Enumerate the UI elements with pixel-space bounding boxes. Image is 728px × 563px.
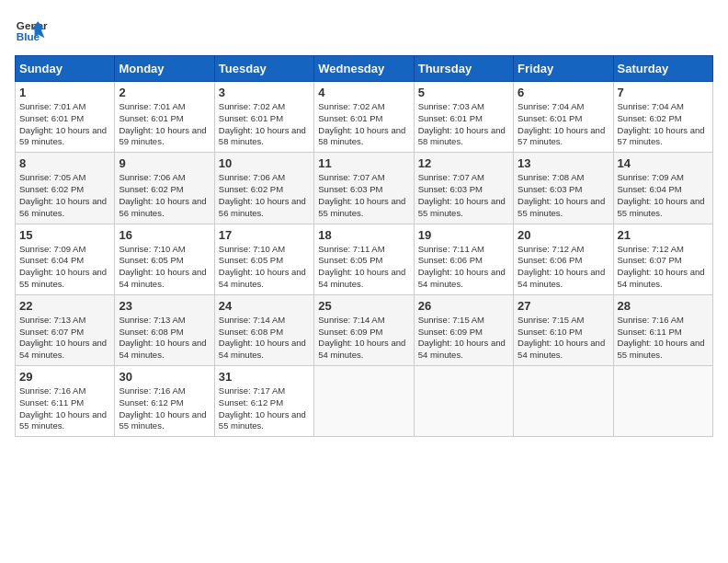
day-number: 14	[618, 156, 709, 170]
day-number: 9	[119, 156, 210, 170]
calendar-cell: 8 Sunrise: 7:05 AMSunset: 6:02 PMDayligh…	[16, 153, 115, 224]
calendar-cell: 21 Sunrise: 7:12 AMSunset: 6:07 PMDaylig…	[613, 224, 712, 294]
day-info: Sunrise: 7:04 AMSunset: 6:02 PMDaylight:…	[618, 101, 705, 146]
day-info: Sunrise: 7:16 AMSunset: 6:11 PMDaylight:…	[19, 385, 107, 431]
calendar-cell: 16 Sunrise: 7:10 AMSunset: 6:05 PMDaylig…	[115, 224, 214, 294]
calendar-cell: 11 Sunrise: 7:07 AMSunset: 6:03 PMDaylig…	[314, 153, 414, 224]
day-info: Sunrise: 7:10 AMSunset: 6:05 PMDaylight:…	[219, 244, 306, 289]
calendar-cell: 14 Sunrise: 7:09 AMSunset: 6:04 PMDaylig…	[613, 153, 712, 224]
day-number: 28	[618, 299, 709, 313]
day-info: Sunrise: 7:01 AMSunset: 6:01 PMDaylight:…	[19, 101, 107, 146]
weekday-header-row: SundayMondayTuesdayWednesdayThursdayFrid…	[16, 56, 713, 82]
day-number: 2	[119, 86, 210, 99]
weekday-header-wednesday: Wednesday	[314, 56, 414, 82]
calendar-cell: 24 Sunrise: 7:14 AMSunset: 6:08 PMDaylig…	[214, 294, 313, 365]
day-number: 4	[318, 86, 409, 99]
day-info: Sunrise: 7:16 AMSunset: 6:12 PMDaylight:…	[119, 385, 206, 431]
weekday-header-sunday: Sunday	[16, 56, 115, 82]
calendar-cell: 18 Sunrise: 7:11 AMSunset: 6:05 PMDaylig…	[314, 224, 414, 294]
day-number: 20	[518, 228, 609, 242]
day-number: 31	[219, 370, 310, 384]
day-number: 27	[518, 299, 609, 313]
calendar-cell: 7 Sunrise: 7:04 AMSunset: 6:02 PMDayligh…	[613, 82, 712, 153]
day-info: Sunrise: 7:09 AMSunset: 6:04 PMDaylight:…	[618, 172, 705, 217]
weekday-header-tuesday: Tuesday	[214, 56, 313, 82]
day-info: Sunrise: 7:01 AMSunset: 6:01 PMDaylight:…	[119, 101, 206, 146]
calendar-body: 1 Sunrise: 7:01 AMSunset: 6:01 PMDayligh…	[16, 82, 713, 437]
day-info: Sunrise: 7:02 AMSunset: 6:01 PMDaylight:…	[219, 101, 306, 146]
day-info: Sunrise: 7:06 AMSunset: 6:02 PMDaylight:…	[119, 172, 206, 217]
calendar-cell: 19 Sunrise: 7:11 AMSunset: 6:06 PMDaylig…	[414, 224, 513, 294]
day-number: 7	[618, 86, 709, 99]
day-number: 22	[19, 299, 110, 313]
calendar-cell: 29 Sunrise: 7:16 AMSunset: 6:11 PMDaylig…	[16, 366, 115, 437]
day-info: Sunrise: 7:13 AMSunset: 6:08 PMDaylight:…	[119, 315, 206, 360]
day-number: 15	[19, 228, 110, 242]
day-number: 16	[119, 228, 210, 242]
calendar-cell: 17 Sunrise: 7:10 AMSunset: 6:05 PMDaylig…	[214, 224, 313, 294]
day-number: 30	[119, 370, 210, 384]
day-info: Sunrise: 7:03 AMSunset: 6:01 PMDaylight:…	[418, 101, 506, 146]
day-info: Sunrise: 7:07 AMSunset: 6:03 PMDaylight:…	[418, 172, 506, 217]
day-info: Sunrise: 7:02 AMSunset: 6:01 PMDaylight:…	[318, 101, 405, 146]
logo-icon: General Blue	[15, 15, 48, 48]
day-info: Sunrise: 7:11 AMSunset: 6:05 PMDaylight:…	[318, 244, 405, 289]
calendar-cell: 9 Sunrise: 7:06 AMSunset: 6:02 PMDayligh…	[115, 153, 214, 224]
day-number: 19	[418, 228, 509, 242]
calendar-cell: 6 Sunrise: 7:04 AMSunset: 6:01 PMDayligh…	[514, 82, 613, 153]
day-info: Sunrise: 7:17 AMSunset: 6:12 PMDaylight:…	[219, 385, 306, 431]
calendar-cell: 13 Sunrise: 7:08 AMSunset: 6:03 PMDaylig…	[514, 153, 613, 224]
calendar-cell	[613, 366, 712, 437]
calendar-cell: 5 Sunrise: 7:03 AMSunset: 6:01 PMDayligh…	[414, 82, 513, 153]
calendar-week-row: 29 Sunrise: 7:16 AMSunset: 6:11 PMDaylig…	[16, 366, 713, 437]
day-number: 10	[219, 156, 310, 170]
day-info: Sunrise: 7:15 AMSunset: 6:09 PMDaylight:…	[418, 315, 506, 360]
day-number: 13	[518, 156, 609, 170]
calendar-cell: 10 Sunrise: 7:06 AMSunset: 6:02 PMDaylig…	[214, 153, 313, 224]
calendar-cell: 4 Sunrise: 7:02 AMSunset: 6:01 PMDayligh…	[314, 82, 414, 153]
calendar-week-row: 15 Sunrise: 7:09 AMSunset: 6:04 PMDaylig…	[16, 224, 713, 294]
calendar-cell: 1 Sunrise: 7:01 AMSunset: 6:01 PMDayligh…	[16, 82, 115, 153]
day-info: Sunrise: 7:04 AMSunset: 6:01 PMDaylight:…	[518, 101, 605, 146]
day-number: 6	[518, 86, 609, 99]
day-info: Sunrise: 7:10 AMSunset: 6:05 PMDaylight:…	[119, 244, 206, 289]
day-info: Sunrise: 7:12 AMSunset: 6:06 PMDaylight:…	[518, 244, 605, 289]
day-number: 11	[318, 156, 409, 170]
day-number: 12	[418, 156, 509, 170]
day-info: Sunrise: 7:13 AMSunset: 6:07 PMDaylight:…	[19, 315, 107, 360]
day-number: 3	[219, 86, 310, 99]
day-number: 26	[418, 299, 509, 313]
logo: General Blue	[15, 15, 48, 48]
day-number: 5	[418, 86, 509, 99]
page-header: General Blue	[15, 15, 713, 48]
calendar-cell: 31 Sunrise: 7:17 AMSunset: 6:12 PMDaylig…	[214, 366, 313, 437]
day-number: 29	[19, 370, 110, 384]
day-info: Sunrise: 7:07 AMSunset: 6:03 PMDaylight:…	[318, 172, 405, 217]
calendar-cell: 22 Sunrise: 7:13 AMSunset: 6:07 PMDaylig…	[16, 294, 115, 365]
calendar-cell: 30 Sunrise: 7:16 AMSunset: 6:12 PMDaylig…	[115, 366, 214, 437]
day-info: Sunrise: 7:08 AMSunset: 6:03 PMDaylight:…	[518, 172, 605, 217]
calendar-cell: 20 Sunrise: 7:12 AMSunset: 6:06 PMDaylig…	[514, 224, 613, 294]
calendar-cell: 23 Sunrise: 7:13 AMSunset: 6:08 PMDaylig…	[115, 294, 214, 365]
day-info: Sunrise: 7:11 AMSunset: 6:06 PMDaylight:…	[418, 244, 506, 289]
day-number: 23	[119, 299, 210, 313]
day-number: 8	[19, 156, 110, 170]
weekday-header-monday: Monday	[115, 56, 214, 82]
calendar-week-row: 1 Sunrise: 7:01 AMSunset: 6:01 PMDayligh…	[16, 82, 713, 153]
calendar-cell: 2 Sunrise: 7:01 AMSunset: 6:01 PMDayligh…	[115, 82, 214, 153]
calendar-table: SundayMondayTuesdayWednesdayThursdayFrid…	[15, 55, 713, 437]
day-number: 17	[219, 228, 310, 242]
calendar-cell: 15 Sunrise: 7:09 AMSunset: 6:04 PMDaylig…	[16, 224, 115, 294]
day-number: 21	[618, 228, 709, 242]
weekday-header-friday: Friday	[514, 56, 613, 82]
calendar-cell: 28 Sunrise: 7:16 AMSunset: 6:11 PMDaylig…	[613, 294, 712, 365]
day-info: Sunrise: 7:15 AMSunset: 6:10 PMDaylight:…	[518, 315, 605, 360]
calendar-cell	[314, 366, 414, 437]
day-number: 18	[318, 228, 409, 242]
calendar-week-row: 22 Sunrise: 7:13 AMSunset: 6:07 PMDaylig…	[16, 294, 713, 365]
day-info: Sunrise: 7:05 AMSunset: 6:02 PMDaylight:…	[19, 172, 107, 217]
calendar-cell: 26 Sunrise: 7:15 AMSunset: 6:09 PMDaylig…	[414, 294, 513, 365]
calendar-cell: 3 Sunrise: 7:02 AMSunset: 6:01 PMDayligh…	[214, 82, 313, 153]
day-number: 25	[318, 299, 409, 313]
calendar-cell	[514, 366, 613, 437]
